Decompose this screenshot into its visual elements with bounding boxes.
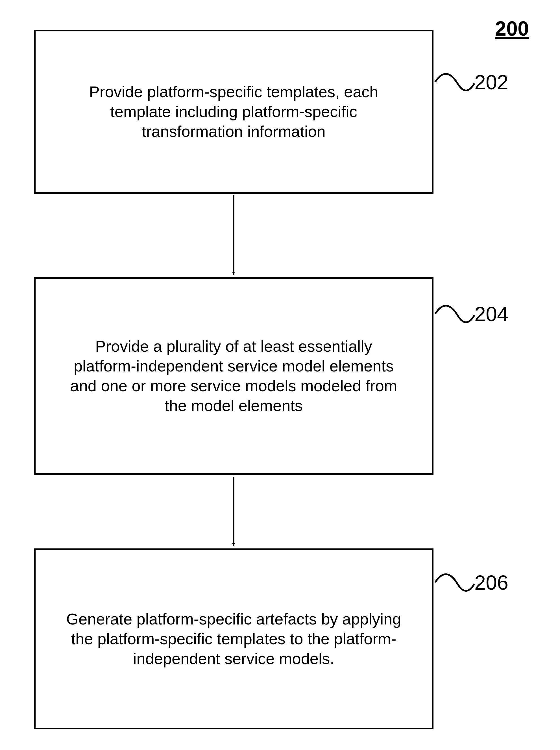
callout-lead-2 (435, 305, 474, 322)
figure-number-label: 200 (495, 17, 529, 40)
step-1-text: Provide platform-specific templates, eac… (64, 82, 403, 141)
step-2-text: Provide a plurality of at least essentia… (64, 336, 403, 416)
step-3-text: Generate platform-specific artefacts by … (64, 609, 403, 669)
step-box-1: Provide platform-specific templates, eac… (34, 30, 434, 194)
callout-lead-3 (435, 574, 474, 591)
callout-ref-3: 206 (474, 571, 508, 594)
step-box-3: Generate platform-specific artefacts by … (34, 549, 434, 729)
callout-ref-2: 204 (474, 302, 508, 326)
flowchart-canvas: 200 Provide platform-specific templates,… (0, 0, 560, 750)
callout-ref-1: 202 (474, 71, 508, 94)
callout-lead-1 (435, 74, 474, 91)
step-box-2: Provide a plurality of at least essentia… (34, 277, 434, 475)
